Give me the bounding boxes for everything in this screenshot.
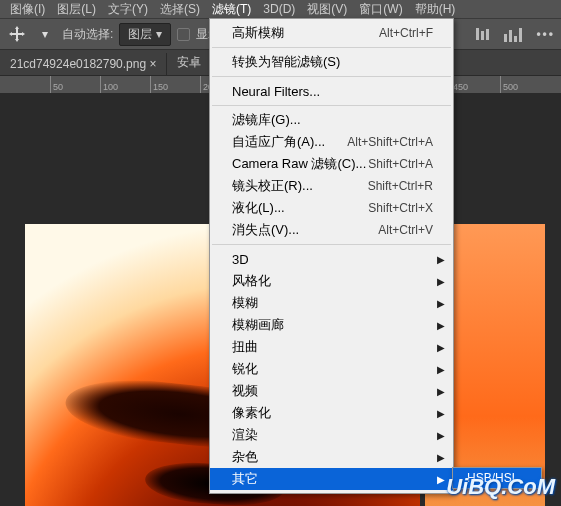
menu-item-label: Camera Raw 滤镜(C)...: [232, 155, 368, 173]
submenu-arrow-icon: ▶: [437, 386, 445, 397]
submenu-arrow-icon: ▶: [437, 452, 445, 463]
menu-item-shortcut: Alt+Shift+Ctrl+A: [347, 135, 433, 149]
menu-item[interactable]: 其它▶: [210, 468, 453, 490]
document-tab[interactable]: 安卓: [167, 50, 212, 75]
filter-submenu-other: HSB/HSL: [452, 467, 542, 489]
menu-item-label: 像素化: [232, 404, 433, 422]
menu-separator: [212, 105, 451, 106]
layer-select-value: 图层: [128, 26, 152, 43]
menu-item-label: 扭曲: [232, 338, 433, 356]
menu-item[interactable]: 镜头校正(R)...Shift+Ctrl+R: [210, 175, 453, 197]
filter-menu: 高斯模糊Alt+Ctrl+F转换为智能滤镜(S)Neural Filters..…: [209, 18, 454, 494]
menu-item-label: 模糊画廊: [232, 316, 433, 334]
menu-item[interactable]: 模糊▶: [210, 292, 453, 314]
menu-item[interactable]: Camera Raw 滤镜(C)...Shift+Ctrl+A: [210, 153, 453, 175]
submenu-arrow-icon: ▶: [437, 430, 445, 441]
menu-item-label: 镜头校正(R)...: [232, 177, 368, 195]
ruler-tick: 200: [200, 76, 201, 94]
menu-item-shortcut: Alt+Ctrl+F: [379, 26, 433, 40]
submenu-arrow-icon: ▶: [437, 276, 445, 287]
menu-2[interactable]: 文字(Y): [102, 1, 154, 18]
menu-separator: [212, 47, 451, 48]
menu-item-label: 转换为智能滤镜(S): [232, 53, 433, 71]
menu-item[interactable]: 自适应广角(A)...Alt+Shift+Ctrl+A: [210, 131, 453, 153]
menu-item[interactable]: 模糊画廊▶: [210, 314, 453, 336]
autoselect-label: 自动选择:: [62, 26, 113, 43]
dropdown-caret-icon[interactable]: ▾: [34, 23, 56, 45]
menu-item-label: 液化(L)...: [232, 199, 368, 217]
menu-0[interactable]: 图像(I): [4, 1, 51, 18]
chevron-down-icon: ▾: [156, 27, 162, 41]
menu-4[interactable]: 滤镜(T): [206, 1, 257, 18]
ruler-tick: 150: [150, 76, 151, 94]
submenu-arrow-icon: ▶: [437, 254, 445, 265]
menu-item-shortcut: Shift+Ctrl+R: [368, 179, 433, 193]
svg-rect-1: [481, 31, 484, 40]
submenu-arrow-icon: ▶: [437, 474, 445, 485]
menu-item[interactable]: 液化(L)...Shift+Ctrl+X: [210, 197, 453, 219]
submenu-arrow-icon: ▶: [437, 320, 445, 331]
menu-3[interactable]: 选择(S): [154, 1, 206, 18]
move-tool-icon[interactable]: [6, 23, 28, 45]
menu-item-shortcut: Shift+Ctrl+A: [368, 157, 433, 171]
ruler-tick: 100: [100, 76, 101, 94]
menu-item[interactable]: 3D▶: [210, 248, 453, 270]
app-menubar: 图像(I)图层(L)文字(Y)选择(S)滤镜(T)3D(D)视图(V)窗口(W)…: [0, 0, 561, 18]
ruler-tick: 50: [50, 76, 51, 94]
submenu-item[interactable]: HSB/HSL: [453, 468, 541, 488]
menu-separator: [212, 244, 451, 245]
menu-item[interactable]: 渲染▶: [210, 424, 453, 446]
menu-item-label: 滤镜库(G)...: [232, 111, 433, 129]
menu-item[interactable]: 转换为智能滤镜(S): [210, 51, 453, 73]
submenu-arrow-icon: ▶: [437, 408, 445, 419]
document-tab[interactable]: 21cd74924e0182790.png ×: [0, 53, 167, 75]
more-icon[interactable]: •••: [536, 27, 555, 41]
ruler-tick: 500: [500, 76, 501, 94]
menu-6[interactable]: 视图(V): [301, 1, 353, 18]
menu-item-label: 高斯模糊: [232, 24, 379, 42]
menu-item-label: 视频: [232, 382, 433, 400]
menu-separator: [212, 76, 451, 77]
menu-item-shortcut: Shift+Ctrl+X: [368, 201, 433, 215]
submenu-arrow-icon: ▶: [437, 364, 445, 375]
menu-item[interactable]: 消失点(V)...Alt+Ctrl+V: [210, 219, 453, 241]
menu-item-label: 消失点(V)...: [232, 221, 378, 239]
menu-item[interactable]: 锐化▶: [210, 358, 453, 380]
menu-item-label: 自适应广角(A)...: [232, 133, 347, 151]
menu-item[interactable]: 杂色▶: [210, 446, 453, 468]
menu-item[interactable]: 高斯模糊Alt+Ctrl+F: [210, 22, 453, 44]
menu-item-label: Neural Filters...: [232, 84, 433, 99]
submenu-arrow-icon: ▶: [437, 298, 445, 309]
bars-icon[interactable]: [504, 23, 526, 45]
menu-item-label: 渲染: [232, 426, 433, 444]
show-transform-checkbox[interactable]: [177, 28, 190, 41]
svg-rect-0: [476, 28, 479, 40]
menu-item[interactable]: 扭曲▶: [210, 336, 453, 358]
svg-rect-2: [486, 29, 489, 40]
menu-7[interactable]: 窗口(W): [353, 1, 408, 18]
menu-item[interactable]: 滤镜库(G)...: [210, 109, 453, 131]
menu-item-label: 模糊: [232, 294, 433, 312]
menu-item-label: 3D: [232, 252, 433, 267]
menu-item-label: 锐化: [232, 360, 433, 378]
menu-1[interactable]: 图层(L): [51, 1, 102, 18]
menu-item[interactable]: Neural Filters...: [210, 80, 453, 102]
menu-item[interactable]: 像素化▶: [210, 402, 453, 424]
submenu-arrow-icon: ▶: [437, 342, 445, 353]
menu-item-label: 其它: [232, 470, 433, 488]
menu-item-label: 杂色: [232, 448, 433, 466]
menu-item[interactable]: 风格化▶: [210, 270, 453, 292]
menu-8[interactable]: 帮助(H): [409, 1, 462, 18]
menu-item-shortcut: Alt+Ctrl+V: [378, 223, 433, 237]
menu-5[interactable]: 3D(D): [257, 2, 301, 16]
layer-select[interactable]: 图层 ▾: [119, 23, 171, 46]
align-icon[interactable]: [472, 23, 494, 45]
menu-item[interactable]: 视频▶: [210, 380, 453, 402]
menu-item-label: 风格化: [232, 272, 433, 290]
